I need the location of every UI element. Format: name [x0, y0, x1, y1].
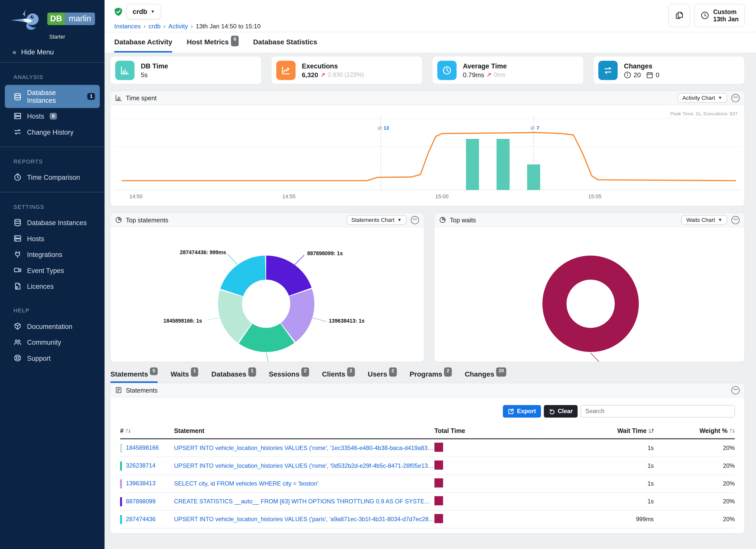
statement-link[interactable]: SELECT city, id FROM vehicles WHERE city…	[174, 480, 434, 487]
count-badge: 1	[248, 368, 256, 377]
pie-chart-icon	[439, 217, 446, 223]
sidebar-section-title: ANALYSIS	[0, 70, 105, 85]
col-header-statement[interactable]: Statement	[174, 424, 434, 439]
hide-menu-button[interactable]: « Hide Menu	[0, 41, 105, 62]
statement-link[interactable]: UPSERT INTO vehicle_location_histories V…	[174, 516, 434, 523]
export-button[interactable]: Export	[503, 405, 541, 418]
detail-tab-statements[interactable]: Statements5	[110, 370, 157, 383]
logo-db: DB	[47, 13, 65, 25]
waits-chart-selector[interactable]: Waits Chart ▼	[682, 215, 727, 225]
sidebar-item-event-types[interactable]: Event Types	[0, 262, 105, 278]
time-spent-chart[interactable]: Peak Time: 2s, Executions: 837 14:5014:5…	[110, 105, 744, 206]
col-header-wait-time[interactable]: Wait Time	[538, 424, 654, 439]
statement-link[interactable]: UPSERT INTO vehicle_location_histories V…	[174, 463, 434, 469]
sidebar-item-database-instances[interactable]: Database Instances	[0, 215, 105, 230]
export-icon	[508, 408, 514, 414]
detail-tab-sessions[interactable]: Sessions2	[269, 370, 309, 383]
sidebar-item-label: Support	[27, 354, 51, 362]
statement-id-link[interactable]: 887898099	[126, 498, 155, 505]
sidebar-section-title: SETTINGS	[0, 200, 105, 215]
tab-label: Statements	[110, 370, 148, 378]
chart-bars-icon	[115, 95, 122, 101]
statement-id-link[interactable]: 139638413	[126, 480, 155, 487]
sidebar-item-integrations[interactable]: Integrations	[0, 246, 105, 262]
bar-chart-icon	[120, 65, 130, 75]
instance-selector[interactable]: crdb ▼	[126, 4, 161, 19]
change-annotation[interactable]: 13	[377, 125, 389, 131]
statements-table: # Statement Total Time Wait Time Weight …	[120, 424, 735, 528]
count-badge: 2	[444, 368, 452, 377]
change-annotation[interactable]: 7	[530, 125, 539, 131]
statements-chart-selector[interactable]: Statements Chart ▼	[346, 215, 406, 225]
sidebar-item-support[interactable]: Support	[0, 350, 105, 366]
detail-tab-clients[interactable]: Clients2	[322, 370, 355, 383]
clear-button[interactable]: Clear	[544, 405, 578, 418]
hosts-icon	[14, 234, 22, 243]
sidebar-item-change-history[interactable]: Change History	[0, 124, 105, 140]
detail-tab-changes[interactable]: Changes20	[465, 370, 506, 383]
collapse-panel-icon[interactable]	[731, 94, 740, 102]
tab-host-metrics[interactable]: Host Metrics6	[187, 38, 239, 53]
sidebar-item-database-instances[interactable]: Database Instances1	[5, 85, 100, 108]
statement-link[interactable]: UPSERT INTO vehicle_location_histories V…	[174, 444, 434, 451]
breadcrumb-crdb[interactable]: crdb	[149, 23, 161, 30]
db-time-value: 5s	[141, 71, 148, 78]
table-row[interactable]: 287474436UPSERT INTO vehicle_location_hi…	[120, 510, 735, 528]
statement-id-link[interactable]: 326238714	[126, 462, 155, 469]
weight-cell: 20%	[654, 493, 735, 510]
sidebar-item-label: Community	[27, 338, 61, 346]
waits-donut-chart[interactable]: executing: 5s	[434, 227, 744, 362]
statement-link[interactable]: CREATE STATISTICS __auto__ FROM [63] WIT…	[174, 498, 434, 505]
statement-color-chip	[120, 443, 122, 453]
wait-time-cell: 1s	[538, 475, 654, 493]
sidebar-item-time-comparison[interactable]: Time Comparison	[0, 169, 105, 185]
panel-title: Top waits	[450, 216, 476, 224]
col-header-id[interactable]: #	[120, 424, 174, 439]
tab-database-statistics[interactable]: Database Statistics	[253, 38, 317, 53]
col-header-weight[interactable]: Weight %	[654, 424, 735, 439]
calendar-icon[interactable]	[646, 71, 653, 78]
plug-icon	[14, 250, 22, 258]
statement-id-link[interactable]: 287474436	[126, 516, 155, 522]
sidebar-item-documentation[interactable]: Documentation	[0, 318, 105, 334]
table-row[interactable]: 887898099CREATE STATISTICS __auto__ FROM…	[120, 493, 735, 510]
time-range-button[interactable]: Custom 13th Jan	[694, 4, 745, 27]
database-icon	[14, 92, 22, 101]
col-header-total-time[interactable]: Total Time	[434, 424, 538, 439]
donut-label: executing: 5s	[595, 361, 629, 362]
swap-arrows-icon	[377, 125, 382, 131]
total-time-bar	[434, 461, 443, 470]
detail-tab-programs[interactable]: Programs2	[410, 370, 452, 383]
wait-time-cell: 1s	[538, 457, 654, 475]
activity-chart-selector[interactable]: Activity Chart ▼	[678, 93, 727, 103]
table-row[interactable]: 326238714UPSERT INTO vehicle_location_hi…	[120, 457, 735, 475]
statements-donut-chart[interactable]: 287474436: 999ms 887898099: 1s 184589816…	[110, 227, 424, 362]
sidebar-item-hosts[interactable]: Hosts0	[0, 108, 105, 124]
detail-tab-databases[interactable]: Databases1	[211, 370, 256, 383]
content: DB Time 5s Executions 6,320 ↗	[105, 53, 756, 549]
list-icon	[115, 387, 122, 394]
table-row[interactable]: 139638413SELECT city, id FROM vehicles W…	[120, 475, 735, 493]
tab-label: Sessions	[269, 370, 299, 380]
statement-id-link[interactable]: 1845898166	[126, 444, 159, 451]
tab-label: Programs	[410, 370, 442, 380]
sidebar-item-community[interactable]: Community	[0, 334, 105, 350]
breadcrumb-activity[interactable]: Activity	[168, 23, 188, 30]
detail-tab-waits[interactable]: Waits1	[170, 370, 198, 383]
sidebar-section-reports: REPORTSTime Comparison	[0, 147, 105, 187]
copy-button[interactable]	[668, 4, 690, 27]
total-time-bar	[434, 514, 443, 523]
collapse-panel-icon[interactable]	[411, 216, 419, 224]
donut-label: 1845898166: 1s	[130, 318, 202, 324]
breadcrumb-instances[interactable]: Instances	[114, 23, 141, 30]
search-input[interactable]	[581, 405, 735, 418]
sidebar-item-licences[interactable]: Licences	[0, 278, 105, 294]
chevron-down-icon: ▼	[151, 9, 155, 14]
table-row[interactable]: 1845898166UPSERT INTO vehicle_location_h…	[120, 439, 735, 457]
sidebar-item-hosts[interactable]: Hosts	[0, 230, 105, 246]
collapse-panel-icon[interactable]	[731, 216, 740, 224]
tab-database-activity[interactable]: Database Activity	[114, 38, 172, 53]
detail-tab-users[interactable]: Users2	[368, 370, 397, 383]
info-circle-icon[interactable]	[624, 71, 631, 78]
collapse-panel-icon[interactable]	[731, 386, 740, 394]
